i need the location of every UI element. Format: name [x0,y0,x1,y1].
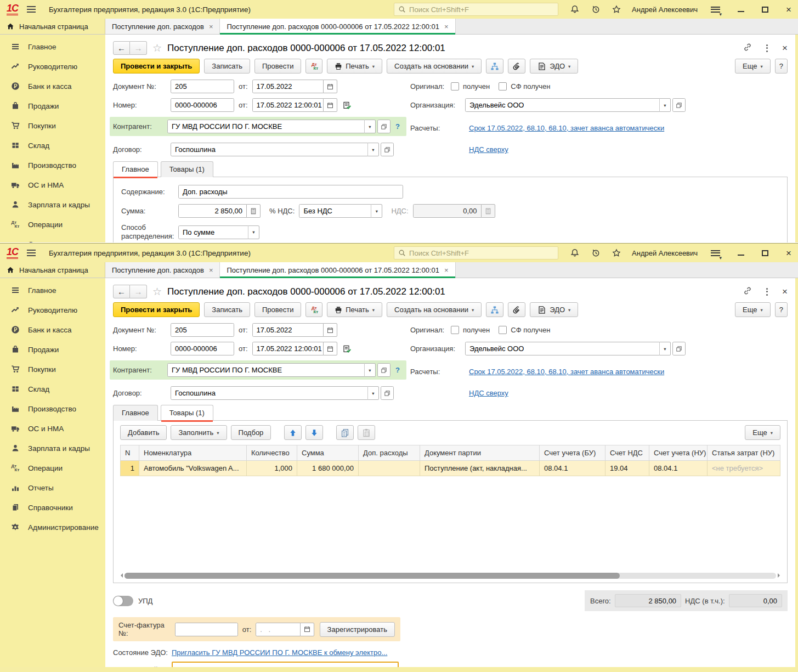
col-nomenclature[interactable]: Номенклатура [139,445,247,461]
cell-cost-item-nu[interactable]: <не требуется> [708,461,780,476]
upd-toggle[interactable] [113,596,133,606]
sidebar-item-salary[interactable]: Зарплата и кадры [0,195,105,214]
help-button[interactable]: ? [775,302,788,317]
move-up-button[interactable] [284,425,302,440]
invoice-date-field[interactable]: . . [256,623,300,636]
close-icon[interactable] [209,23,213,30]
more-dots-icon[interactable] [766,288,768,296]
add-row-button[interactable]: Добавить [120,425,167,440]
maximize-button[interactable] [762,7,768,13]
counterparty-field[interactable]: ГУ МВД РОССИИ ПО Г. МОСКВЕ [167,120,365,133]
save-button[interactable]: Записать [204,302,250,317]
doc-no-field[interactable]: 205 [171,80,234,93]
get-link-icon[interactable] [743,43,752,53]
close-window-button[interactable] [786,249,791,258]
global-search[interactable] [394,246,558,259]
1c-logo[interactable]: 1С [7,3,18,15]
sidebar-item-bank[interactable]: Банк и касса [0,320,105,340]
sidebar-item-main[interactable]: Главное [0,37,105,57]
sidebar-item-bank[interactable]: Банк и касса [0,76,105,96]
sidebar-item-production[interactable]: Производство [0,399,105,419]
sidebar-item-administration[interactable]: Администрирование [0,517,105,537]
col-sum[interactable]: Сумма [297,445,359,461]
sidebar-item-production[interactable]: Производство [0,155,105,175]
print-button[interactable]: Печать [327,302,382,317]
more-button[interactable]: Еще [735,302,771,317]
attachments-button[interactable] [508,302,525,317]
cell-batch-document[interactable]: Поступление (акт, накладная... [420,461,540,476]
copy-rows-button[interactable] [336,425,354,440]
dropdown-icon[interactable] [248,225,259,239]
user-name[interactable]: Андрей Алексеевич [632,249,698,257]
doc-no-field[interactable]: 205 [171,323,234,337]
cell-sum[interactable]: 1 680 000,00 [297,461,359,476]
sidebar-item-operations[interactable]: ДтКтОперации [0,458,105,478]
tab-doc-list[interactable]: Поступление доп. расходов [105,19,220,34]
distribution-field[interactable]: По сумме [178,225,248,239]
pick-button[interactable]: Подбор [231,425,271,440]
user-name[interactable]: Андрей Алексеевич [632,5,698,14]
dropdown-icon[interactable] [364,363,376,377]
create-based-on-button[interactable]: Создать на основании [387,302,482,317]
cell-n[interactable]: 1 [121,461,139,476]
tab-document[interactable]: Поступление доп. расходов 0000-000006 от… [220,19,455,34]
global-search[interactable] [394,3,558,16]
settlements-link[interactable]: Срок 17.05.2022, 68.10, 68.10, зачет ава… [469,368,664,376]
number-field[interactable]: 0000-000006 [171,342,234,355]
col-account-bu[interactable]: Счет учета (БУ) [540,445,605,461]
move-down-button[interactable] [305,425,323,440]
user-menu-icon[interactable] [711,7,720,13]
sum-field[interactable]: 2 850,00 [178,204,247,218]
save-button[interactable]: Записать [204,59,250,74]
col-extra-costs[interactable]: Доп. расходы [359,445,420,461]
tab-main[interactable]: Главное [113,161,158,177]
sidebar-item-sales[interactable]: Продажи [0,96,105,116]
search-input[interactable] [409,5,554,14]
history-icon[interactable] [591,249,600,257]
cell-account-nu[interactable]: 08.04.1 [649,461,708,476]
number-date-field[interactable]: 17.05.2022 12:00:01 [252,98,324,112]
col-n[interactable]: N [121,445,139,461]
close-document-icon[interactable] [782,43,788,53]
favorites-icon[interactable] [612,5,621,14]
dropdown-icon[interactable] [659,342,671,355]
calendar-icon[interactable] [324,80,337,93]
tab-doc-list[interactable]: Поступление доп. расходов [105,262,220,278]
tab-main[interactable]: Главное [113,405,158,421]
dropdown-icon[interactable] [367,143,379,156]
more-button[interactable]: Еще [735,59,771,74]
set-date-icon[interactable] [343,345,352,353]
sidebar-item-manager[interactable]: Руководителю [0,300,105,320]
open-form-icon[interactable] [377,120,390,133]
post-and-close-button[interactable]: Провести и закрыть [113,302,200,317]
sidebar-item-purchases[interactable]: Покупки [0,116,105,135]
open-form-icon[interactable] [672,342,686,355]
dropdown-icon[interactable] [659,98,671,112]
doc-date-field[interactable]: 17.05.2022 [252,80,324,93]
number-date-field[interactable]: 17.05.2022 12:00:01 [252,342,324,355]
help-question-icon[interactable]: ? [395,366,400,374]
open-form-icon[interactable] [377,363,390,377]
open-form-icon[interactable] [381,386,394,400]
dropdown-icon[interactable] [367,386,379,400]
sidebar-item-fixed-assets[interactable]: ОС и НМА [0,175,105,195]
calendar-icon[interactable] [301,623,314,636]
create-based-on-button[interactable]: Создать на основании [387,59,482,74]
sidebar-item-reports[interactable]: Отчеты [0,234,105,242]
horizontal-scrollbar[interactable] [120,572,780,579]
back-button[interactable] [113,285,130,298]
col-cost-item-nu[interactable]: Статья затрат (НУ) [708,445,780,461]
invoice-number-field[interactable] [179,625,234,634]
scroll-left-icon[interactable] [121,573,123,578]
organization-field[interactable]: Эдельвейс ООО [465,98,660,112]
doc-date-field[interactable]: 17.05.2022 [252,323,324,337]
goods-row[interactable]: 1 Автомобиль "Volkswagen A... 1,000 1 68… [121,461,780,476]
content-field[interactable]: Доп. расходы [178,185,403,199]
col-batch-document[interactable]: Документ партии [420,445,540,461]
cell-quantity[interactable]: 1,000 [247,461,297,476]
close-window-button[interactable] [786,5,791,14]
attachments-button[interactable] [508,59,525,74]
cell-account-bu[interactable]: 08.04.1 [540,461,605,476]
sidebar-item-purchases[interactable]: Покупки [0,359,105,379]
contract-field[interactable]: Госпошлина [171,386,368,400]
